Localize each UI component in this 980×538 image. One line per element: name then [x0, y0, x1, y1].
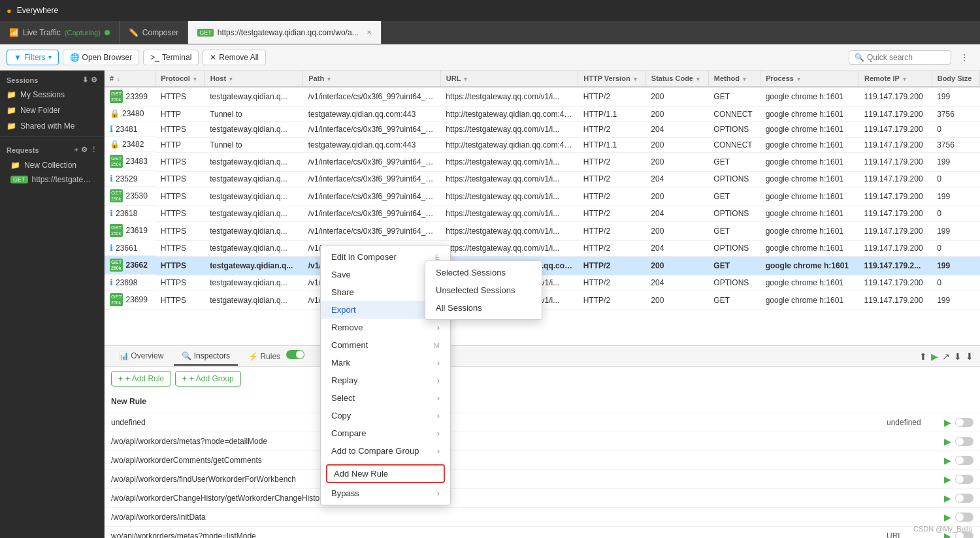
overlay: Edit in Composer E Save › Share › Export… — [0, 0, 980, 538]
submenu-all-sessions[interactable]: All Sessions — [425, 299, 542, 317]
cm-replay[interactable]: Replay › — [321, 372, 450, 389]
submenu-unselected-sessions[interactable]: Unselected Sessions — [425, 281, 542, 299]
cm-select[interactable]: Select › — [321, 389, 450, 407]
cm-comment[interactable]: Comment M — [321, 336, 450, 354]
cm-mark[interactable]: Mark › — [321, 354, 450, 372]
cm-copy[interactable]: Copy › — [321, 407, 450, 424]
cm-remove[interactable]: Remove › — [321, 319, 450, 336]
submenu-selected-sessions[interactable]: Selected Sessions — [425, 264, 542, 281]
cm-compare[interactable]: Compare › — [321, 424, 450, 442]
export-submenu: Selected Sessions Unselected Sessions Al… — [425, 261, 542, 320]
cm-add-new-rule[interactable]: Add New Rule — [326, 464, 445, 483]
cm-add-to-compare-group[interactable]: Add to Compare Group › — [321, 442, 450, 460]
cm-bypass[interactable]: Bypass › — [321, 484, 450, 502]
